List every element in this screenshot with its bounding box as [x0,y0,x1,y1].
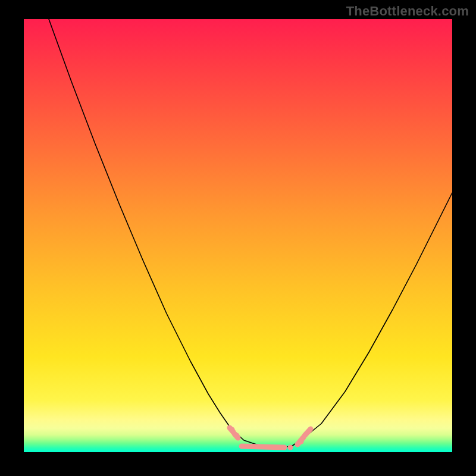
plot-area [24,19,452,452]
svg-point-6 [234,433,240,439]
svg-point-7 [288,445,293,450]
bottleneck-curve [49,19,452,447]
svg-line-2 [242,446,284,447]
curve-svg [24,19,452,452]
svg-line-4 [305,429,311,436]
attribution-label: TheBottleneck.com [346,4,469,19]
svg-point-8 [299,439,304,444]
svg-point-5 [230,427,235,433]
chart-frame: TheBottleneck.com [0,0,476,476]
curve-markers [230,428,311,447]
